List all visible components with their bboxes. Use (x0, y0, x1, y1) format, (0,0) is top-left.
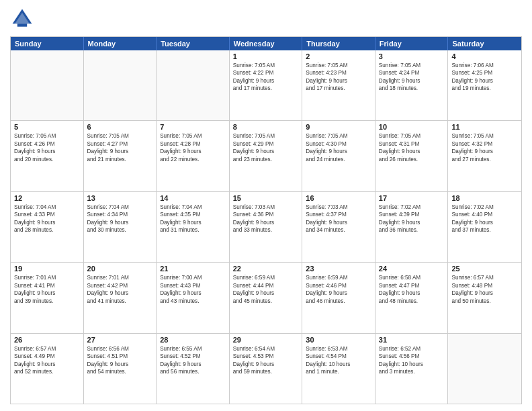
cell-info-line: Sunset: 4:24 PM (379, 69, 445, 77)
cal-cell: 26Sunrise: 6:57 AMSunset: 4:49 PMDayligh… (11, 334, 84, 404)
cell-info-line: Sunset: 4:46 PM (306, 282, 371, 289)
cell-info-line: and 24 minutes. (306, 156, 371, 163)
cell-info-line: Sunset: 4:37 PM (306, 211, 371, 218)
cell-info-line: Daylight: 9 hours (306, 148, 371, 155)
cell-info-line: and 54 minutes. (87, 368, 153, 375)
cell-info-line: Sunrise: 7:05 AM (306, 62, 371, 69)
header-day-sunday: Sunday (11, 37, 84, 50)
cell-info-line: and 46 minutes. (306, 298, 371, 305)
cell-info-line: Daylight: 9 hours (87, 148, 153, 155)
day-number: 10 (379, 123, 445, 131)
cell-info-line: Daylight: 9 hours (14, 148, 80, 155)
day-number: 20 (87, 265, 153, 273)
cell-info-line: Sunrise: 7:04 AM (160, 203, 226, 211)
cell-info-line: Sunrise: 7:05 AM (306, 132, 371, 140)
cell-info-line: Sunrise: 7:05 AM (160, 132, 226, 140)
header-day-friday: Friday (375, 37, 449, 50)
cell-info-line: Sunset: 4:40 PM (451, 211, 518, 218)
cell-info-line: Sunset: 4:44 PM (233, 282, 299, 289)
cell-info-line: Sunset: 4:23 PM (306, 69, 371, 77)
cell-info-line: Sunset: 4:48 PM (451, 282, 518, 289)
cell-info-line: Sunrise: 6:59 AM (233, 274, 299, 281)
cell-info-line: and 48 minutes. (379, 298, 445, 305)
cell-info-line: Sunrise: 6:57 AM (14, 345, 80, 353)
cal-cell: 14Sunrise: 7:04 AMSunset: 4:35 PMDayligh… (157, 192, 230, 262)
cell-info-line: Sunrise: 6:56 AM (87, 345, 153, 353)
cell-info-line: and 30 minutes. (87, 226, 153, 234)
cell-info-line: Sunrise: 7:04 AM (14, 203, 80, 211)
day-number: 25 (451, 265, 518, 273)
cell-info-line: and 50 minutes. (451, 298, 518, 305)
cell-info-line: and 43 minutes. (160, 298, 226, 305)
day-number: 22 (233, 265, 299, 273)
cell-info-line: Sunrise: 7:05 AM (233, 62, 299, 69)
cal-cell: 16Sunrise: 7:03 AMSunset: 4:37 PMDayligh… (302, 192, 375, 262)
day-number: 14 (160, 194, 226, 202)
day-number: 17 (379, 194, 445, 202)
logo (10, 7, 37, 31)
cal-cell: 13Sunrise: 7:04 AMSunset: 4:34 PMDayligh… (84, 192, 157, 262)
cal-cell: 7Sunrise: 7:05 AMSunset: 4:28 PMDaylight… (157, 121, 230, 191)
logo-icon (10, 7, 34, 31)
cal-cell: 15Sunrise: 7:03 AMSunset: 4:36 PMDayligh… (230, 192, 303, 262)
cell-info-line: Daylight: 9 hours (87, 289, 153, 297)
cal-cell: 29Sunrise: 6:54 AMSunset: 4:53 PMDayligh… (230, 334, 303, 404)
cell-info-line: Sunrise: 6:53 AM (306, 345, 371, 353)
cal-cell (157, 50, 230, 120)
cell-info-line: Daylight: 9 hours (160, 219, 226, 226)
cal-cell (448, 334, 521, 404)
day-number: 16 (306, 194, 371, 202)
day-number: 4 (451, 52, 518, 60)
cal-cell: 2Sunrise: 7:05 AMSunset: 4:23 PMDaylight… (302, 50, 375, 120)
day-number: 13 (87, 194, 153, 202)
day-number: 31 (379, 336, 445, 344)
cell-info-line: Daylight: 9 hours (379, 219, 445, 226)
cell-info-line: Sunrise: 7:06 AM (451, 62, 518, 69)
cell-info-line: Sunrise: 6:52 AM (379, 345, 445, 353)
cell-info-line: Sunset: 4:27 PM (87, 140, 153, 148)
day-number: 6 (87, 123, 153, 131)
cell-info-line: Sunrise: 7:05 AM (379, 62, 445, 69)
cell-info-line: Sunset: 4:29 PM (233, 140, 299, 148)
cell-info-line: and 33 minutes. (233, 226, 299, 234)
cell-info-line: Sunrise: 7:04 AM (87, 203, 153, 211)
cell-info-line: and 23 minutes. (233, 156, 299, 163)
cal-cell: 27Sunrise: 6:56 AMSunset: 4:51 PMDayligh… (84, 334, 157, 404)
day-number: 9 (306, 123, 371, 131)
cal-cell (11, 50, 84, 120)
cell-info-line: and 52 minutes. (14, 368, 80, 375)
cal-cell: 24Sunrise: 6:58 AMSunset: 4:47 PMDayligh… (375, 263, 449, 332)
cell-info-line: Daylight: 9 hours (87, 361, 153, 368)
calendar-body: 1Sunrise: 7:05 AMSunset: 4:22 PMDaylight… (11, 50, 521, 404)
cell-info-line: and 1 minute. (306, 368, 371, 375)
cal-cell: 10Sunrise: 7:05 AMSunset: 4:31 PMDayligh… (375, 121, 449, 191)
cell-info-line: Daylight: 10 hours (379, 361, 445, 368)
cell-info-line: Sunset: 4:26 PM (14, 140, 80, 148)
cell-info-line: Sunset: 4:42 PM (87, 282, 153, 289)
cell-info-line: Daylight: 9 hours (306, 219, 371, 226)
cell-info-line: Daylight: 9 hours (233, 148, 299, 155)
cal-cell: 28Sunrise: 6:55 AMSunset: 4:52 PMDayligh… (157, 334, 230, 404)
cell-info-line: Daylight: 9 hours (160, 289, 226, 297)
cell-info-line: and 27 minutes. (451, 156, 518, 163)
day-number: 28 (160, 336, 226, 344)
cell-info-line: Sunrise: 7:05 AM (233, 132, 299, 140)
calendar-row-4: 19Sunrise: 7:01 AMSunset: 4:41 PMDayligh… (11, 262, 521, 332)
cell-info-line: Sunrise: 7:05 AM (87, 132, 153, 140)
cell-info-line: Sunset: 4:56 PM (379, 353, 445, 360)
cal-cell: 21Sunrise: 7:00 AMSunset: 4:43 PMDayligh… (157, 263, 230, 332)
cell-info-line: Sunset: 4:32 PM (451, 140, 518, 148)
cell-info-line: Daylight: 9 hours (233, 77, 299, 85)
cell-info-line: Daylight: 9 hours (233, 361, 299, 368)
cell-info-line: Sunrise: 6:58 AM (379, 274, 445, 281)
header-day-saturday: Saturday (448, 37, 521, 50)
cal-cell (84, 50, 157, 120)
cell-info-line: Sunrise: 7:01 AM (14, 274, 80, 281)
cell-info-line: Sunrise: 6:57 AM (451, 274, 518, 281)
cell-info-line: Daylight: 10 hours (306, 361, 371, 368)
cell-info-line: Sunrise: 7:02 AM (379, 203, 445, 211)
cell-info-line: Sunrise: 7:05 AM (451, 132, 518, 140)
cell-info-line: Sunset: 4:39 PM (379, 211, 445, 218)
header-day-wednesday: Wednesday (230, 37, 303, 50)
cell-info-line: Daylight: 9 hours (451, 289, 518, 297)
